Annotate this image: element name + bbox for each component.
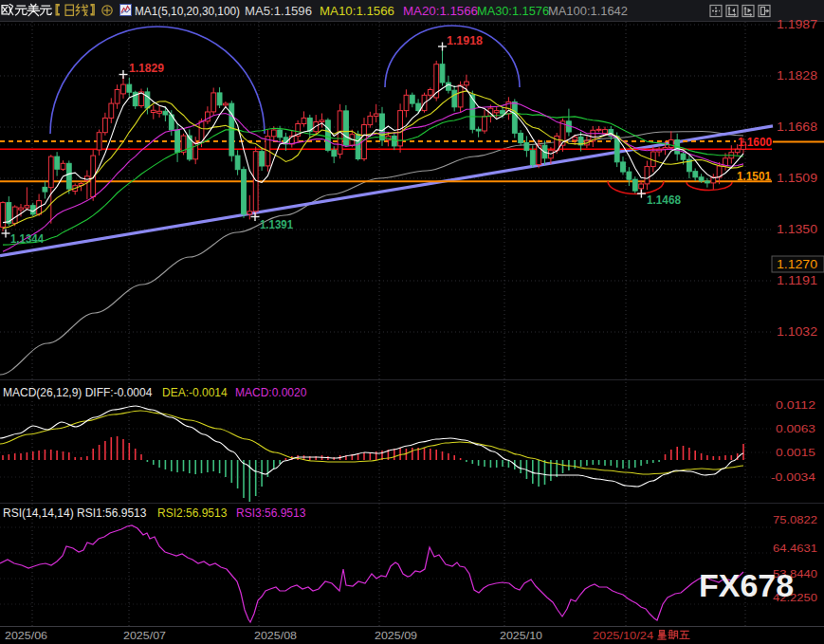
svg-text:75.0822: 75.0822	[773, 514, 817, 525]
svg-text:0.0112: 0.0112	[776, 399, 815, 411]
svg-text:2025/10: 2025/10	[500, 630, 542, 641]
svg-text:MA5:1.1596: MA5:1.1596	[245, 4, 312, 18]
svg-text:1.1032: 1.1032	[777, 325, 817, 339]
svg-text:1.1391: 1.1391	[260, 218, 293, 231]
svg-text:-0.0034: -0.0034	[771, 471, 815, 483]
svg-text:2025/06: 2025/06	[5, 630, 47, 641]
svg-text:1.1468: 1.1468	[647, 193, 681, 207]
svg-text:1.1191: 1.1191	[777, 274, 817, 287]
svg-text:1.1918: 1.1918	[447, 34, 483, 47]
svg-text:1.1344: 1.1344	[10, 232, 44, 246]
svg-text:1.1828: 1.1828	[777, 69, 817, 83]
svg-text:1.1509: 1.1509	[777, 172, 817, 185]
svg-text:2025/08: 2025/08	[254, 630, 297, 641]
svg-text:RSI3:56.9513: RSI3:56.9513	[236, 506, 306, 520]
svg-text:1.1270: 1.1270	[777, 258, 817, 271]
svg-text:MA10:1.1566: MA10:1.1566	[320, 4, 394, 18]
svg-text:0.0015: 0.0015	[776, 447, 815, 458]
svg-text:MA30:1.1576: MA30:1.1576	[477, 4, 549, 18]
svg-text:1.1668: 1.1668	[777, 120, 817, 134]
svg-text:1.1501: 1.1501	[737, 170, 771, 183]
svg-text:0.0063: 0.0063	[776, 423, 815, 434]
svg-text:1.1829: 1.1829	[129, 62, 164, 75]
svg-text:MA1(5,10,20,30,100): MA1(5,10,20,30,100)	[135, 4, 240, 18]
svg-text:2025/10/24: 2025/10/24	[593, 630, 653, 641]
svg-text:64.4631: 64.4631	[773, 543, 817, 554]
svg-text:MA20:1.1566: MA20:1.1566	[403, 4, 478, 18]
svg-text:FX678: FX678	[699, 567, 794, 603]
svg-text:1.1350: 1.1350	[777, 223, 817, 236]
svg-text:RSI2:56.9513: RSI2:56.9513	[157, 506, 228, 520]
svg-text:DEA:-0.0014: DEA:-0.0014	[162, 386, 228, 399]
svg-text:1.1987: 1.1987	[777, 18, 817, 31]
svg-text:MACD:0.0020: MACD:0.0020	[235, 386, 307, 399]
svg-text:MA100:1.1642: MA100:1.1642	[548, 4, 628, 18]
svg-text:1.1600: 1.1600	[738, 136, 772, 149]
svg-text:MACD(26,12,9) DIFF:-0.0004: MACD(26,12,9) DIFF:-0.0004	[3, 386, 153, 399]
svg-text:RSI(14,14,14) RSI1:56.9513: RSI(14,14,14) RSI1:56.9513	[3, 506, 147, 520]
svg-text:2025/09: 2025/09	[375, 630, 417, 641]
svg-text:2025/07: 2025/07	[123, 630, 166, 641]
